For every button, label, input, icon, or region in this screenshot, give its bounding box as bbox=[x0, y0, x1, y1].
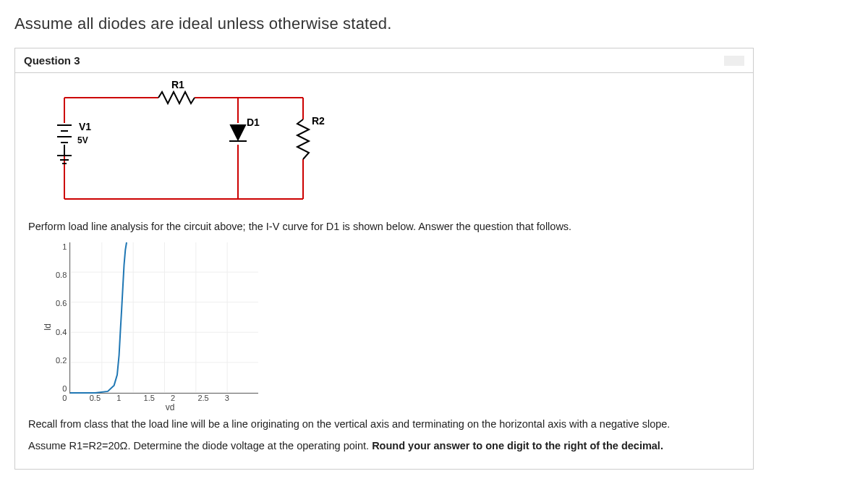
question-body: R1 V1 5V D1 R2 Perform load line analysi… bbox=[15, 73, 753, 469]
label-v1: V1 bbox=[79, 121, 91, 132]
question-text-1: Perform load line analysis for the circu… bbox=[28, 221, 740, 232]
page-instruction: Assume all diodes are ideal unless other… bbox=[14, 14, 854, 33]
chart-xlabel: vd bbox=[76, 402, 264, 412]
question-text-2: Recall from class that the load line wil… bbox=[28, 418, 740, 430]
question-flag-icon[interactable] bbox=[724, 56, 744, 66]
chart-yticks: 1 0.8 0.6 0.4 0.2 0 bbox=[56, 242, 69, 393]
question-header: Question 3 bbox=[15, 48, 753, 73]
question-number: Question 3 bbox=[24, 54, 80, 67]
svg-marker-17 bbox=[231, 125, 245, 140]
label-r1: R1 bbox=[171, 79, 184, 90]
question-card: Question 3 bbox=[14, 48, 754, 470]
question-text-3: Assume R1=R2=20Ω. Determine the diode vo… bbox=[28, 440, 740, 451]
label-r2: R2 bbox=[312, 115, 325, 127]
label-d1: D1 bbox=[247, 116, 260, 128]
iv-chart: Id 1 0.8 0.6 0.4 0.2 0 bbox=[43, 242, 740, 412]
chart-plotarea bbox=[69, 242, 258, 394]
label-v1-value: 5V bbox=[77, 135, 88, 145]
chart-ylabel: Id bbox=[43, 323, 53, 331]
circuit-schematic: R1 V1 5V D1 R2 bbox=[28, 83, 318, 213]
chart-xticks: 0 0.5 1 1.5 2 2.5 3 bbox=[76, 394, 265, 402]
